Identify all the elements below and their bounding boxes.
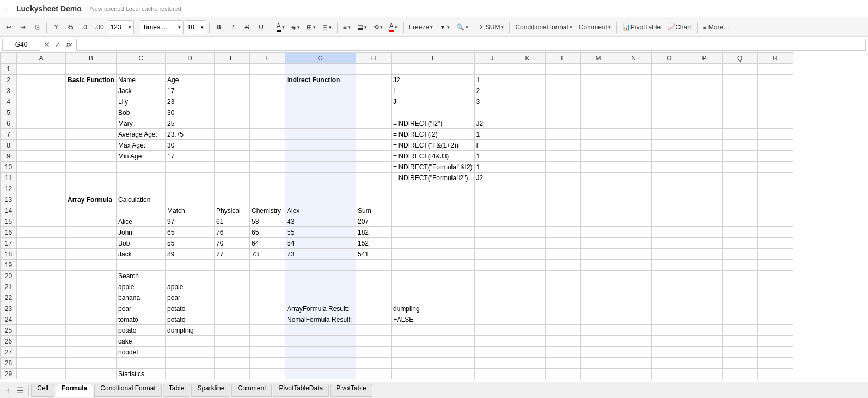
comment-button[interactable]: Comment [576, 20, 614, 34]
cell-H6[interactable] [356, 118, 392, 129]
cell-Q3[interactable] [722, 85, 757, 96]
cell-E27[interactable] [215, 347, 250, 358]
cell-I28[interactable] [392, 358, 475, 369]
cell-J5[interactable] [474, 107, 510, 118]
sheet-menu-button[interactable]: ☰ [15, 386, 26, 395]
cell-F2[interactable] [250, 75, 285, 85]
cell-P4[interactable] [687, 96, 722, 107]
cell-B29[interactable] [66, 369, 117, 379]
cell-H8[interactable] [356, 140, 392, 151]
cell-E25[interactable] [215, 325, 250, 336]
cell-O12[interactable] [651, 183, 687, 194]
cell-K8[interactable] [510, 140, 545, 151]
cell-N8[interactable] [616, 140, 651, 151]
cell-J21[interactable] [474, 281, 510, 292]
cell-F28[interactable] [250, 358, 285, 369]
cell-D3[interactable]: 17 [166, 85, 215, 96]
cell-J9[interactable]: 1 [474, 151, 510, 162]
cell-D1[interactable] [166, 64, 215, 75]
cell-C28[interactable] [117, 358, 166, 369]
cell-Q24[interactable] [722, 314, 757, 325]
tab-table[interactable]: Table [163, 384, 191, 397]
cell-D10[interactable] [166, 162, 215, 173]
cell-G22[interactable] [285, 292, 356, 303]
cancel-formula-button[interactable]: ✕ [42, 40, 51, 49]
cell-J13[interactable] [474, 194, 510, 205]
cell-C4[interactable]: Lily [117, 96, 166, 107]
cell-K26[interactable] [510, 336, 545, 347]
cell-N21[interactable] [616, 281, 651, 292]
cell-A6[interactable] [17, 118, 66, 129]
cell-O7[interactable] [651, 129, 687, 140]
cell-N23[interactable] [616, 303, 651, 314]
cell-J25[interactable] [474, 325, 510, 336]
cell-N1[interactable] [616, 64, 651, 75]
cell-H27[interactable] [356, 347, 392, 358]
cell-M7[interactable] [580, 129, 616, 140]
cell-Q27[interactable] [722, 347, 757, 358]
cell-I12[interactable] [392, 183, 475, 194]
cell-B10[interactable] [66, 162, 117, 173]
cell-K28[interactable] [510, 358, 545, 369]
cell-A20[interactable] [17, 271, 66, 281]
cell-P1[interactable] [687, 64, 722, 75]
cell-F25[interactable] [250, 325, 285, 336]
cell-O17[interactable] [651, 238, 687, 249]
cell-E11[interactable] [215, 173, 250, 183]
cell-I16[interactable] [392, 227, 475, 238]
cell-F8[interactable] [250, 140, 285, 151]
cell-B17[interactable] [66, 238, 117, 249]
sheet-scroll[interactable]: A B C D E F G H I J K L M N O P Q [0, 52, 868, 382]
cell-E16[interactable]: 76 [215, 227, 250, 238]
cell-B11[interactable] [66, 173, 117, 183]
cell-O1[interactable] [651, 64, 687, 75]
cell-O6[interactable] [651, 118, 687, 129]
cell-L14[interactable] [545, 205, 580, 216]
cell-C23[interactable]: pear [117, 303, 166, 314]
cell-P24[interactable] [687, 314, 722, 325]
cell-L11[interactable] [545, 173, 580, 183]
cell-K11[interactable] [510, 173, 545, 183]
cell-A3[interactable] [17, 85, 66, 96]
cell-G23[interactable]: ArrayFormula Result: [285, 303, 356, 314]
cell-H17[interactable]: 152 [356, 238, 392, 249]
cell-D28[interactable] [166, 358, 215, 369]
cell-N2[interactable] [616, 75, 651, 85]
cell-Q9[interactable] [722, 151, 757, 162]
cell-L6[interactable] [545, 118, 580, 129]
cell-D19[interactable] [166, 260, 215, 271]
cell-H15[interactable]: 207 [356, 216, 392, 227]
cell-Q6[interactable] [722, 118, 757, 129]
col-header-P[interactable]: P [687, 53, 722, 64]
cell-E8[interactable] [215, 140, 250, 151]
cell-N15[interactable] [616, 216, 651, 227]
tab-comment[interactable]: Comment [231, 384, 272, 397]
cell-K17[interactable] [510, 238, 545, 249]
cell-R16[interactable] [757, 227, 793, 238]
freeze-button[interactable]: Freeze [406, 20, 436, 34]
cell-R22[interactable] [757, 292, 793, 303]
cell-N29[interactable] [616, 369, 651, 379]
tab-cell[interactable]: Cell [31, 384, 54, 397]
cell-C13[interactable]: Calculation [117, 194, 166, 205]
cell-I22[interactable] [392, 292, 475, 303]
cell-E1[interactable] [215, 64, 250, 75]
cell-C12[interactable] [117, 183, 166, 194]
cell-Q14[interactable] [722, 205, 757, 216]
cell-G7[interactable] [285, 129, 356, 140]
cell-D7[interactable]: 23.75 [166, 129, 215, 140]
cell-M22[interactable] [580, 292, 616, 303]
cell-P23[interactable] [687, 303, 722, 314]
decimal-more-button[interactable]: .00 [92, 20, 107, 34]
cell-G21[interactable] [285, 281, 356, 292]
cell-Q23[interactable] [722, 303, 757, 314]
filter-button[interactable]: ▼ [437, 20, 453, 34]
cell-J26[interactable] [474, 336, 510, 347]
cell-A7[interactable] [17, 129, 66, 140]
cell-F17[interactable]: 64 [250, 238, 285, 249]
cell-B24[interactable] [66, 314, 117, 325]
cell-R26[interactable] [757, 336, 793, 347]
cell-N13[interactable] [616, 194, 651, 205]
cell-O27[interactable] [651, 347, 687, 358]
cell-G17[interactable]: 54 [285, 238, 356, 249]
